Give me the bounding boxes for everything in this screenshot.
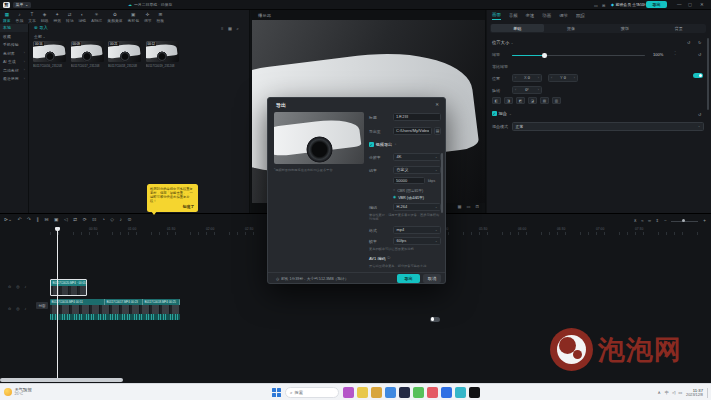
timeline-option-icon[interactable]: ⊼: [634, 218, 637, 223]
tray-expand-icon[interactable]: ∧: [657, 390, 660, 395]
align-button[interactable]: ◧: [492, 97, 501, 104]
import-button[interactable]: ⊕导入: [34, 25, 48, 30]
media-sidebar-item[interactable]: 手机传输: [0, 41, 28, 50]
menu-button[interactable]: 菜单⌄: [13, 2, 31, 8]
timeline-tool[interactable]: ⊟: [45, 217, 49, 222]
taskbar-app-icon[interactable]: [399, 387, 410, 398]
taskbar-search[interactable]: ⌕ 搜索: [285, 387, 339, 398]
properties-subtab[interactable]: 抠像: [545, 24, 598, 32]
taskbar-app-icon[interactable]: [357, 387, 368, 398]
redo-reset-icon[interactable]: ↻: [698, 40, 701, 45]
layout-toggle-icon[interactable]: ▭: [594, 3, 598, 8]
media-sidebar-item[interactable]: 素材库›: [0, 49, 28, 58]
track-control-icon[interactable]: ◎: [16, 306, 19, 311]
timeline-option-icon[interactable]: ⇕: [655, 218, 659, 223]
clock[interactable]: 11:37 2023/12/8: [686, 388, 703, 398]
rotate-stepper[interactable]: ‹0°›: [512, 86, 542, 94]
properties-scrollbar[interactable]: [707, 38, 709, 110]
taskbar-app-icon[interactable]: [413, 387, 424, 398]
media-sidebar-item[interactable]: 最近使用›: [0, 75, 28, 84]
media-tab[interactable]: ▦媒体: [3, 12, 11, 23]
section-position-size[interactable]: 位置大小⌄: [492, 40, 513, 45]
codec-dropdown[interactable]: H.264⌄: [393, 203, 441, 211]
media-sidebar-item[interactable]: 收藏: [0, 32, 28, 41]
media-clip[interactable]: 00:12B0117C0019_231208: [146, 41, 179, 68]
media-tab[interactable]: T文本: [28, 12, 36, 23]
tray-icon[interactable]: ◁: [672, 390, 675, 395]
media-sidebar-item[interactable]: 本地: [0, 24, 28, 33]
maximize-button[interactable]: ▢: [688, 2, 692, 7]
align-button[interactable]: ◩: [516, 97, 525, 104]
bitrate-dropdown[interactable]: 自定义⌄: [393, 166, 441, 174]
align-button[interactable]: ▤: [540, 97, 549, 104]
properties-tab[interactable]: 画面: [492, 12, 501, 20]
format-dropdown[interactable]: mp4⌄: [393, 226, 441, 234]
timeline-tool[interactable]: ▣: [54, 217, 59, 222]
timeline-zoom-slider[interactable]: [671, 221, 698, 222]
cbr-radio[interactable]: ○CBR (固定码率): [393, 188, 423, 193]
position-x-stepper[interactable]: ‹X 0›: [512, 74, 542, 82]
media-tab[interactable]: ♪音频: [16, 12, 24, 23]
timeline-clip-main[interactable]: B0117C0016.MP4 00:51B0117C0017.MP4 00:23…: [50, 299, 180, 320]
bitrate-input[interactable]: [393, 177, 425, 184]
title-input[interactable]: [393, 113, 441, 121]
taskbar-app-icon[interactable]: [455, 387, 466, 398]
timeline-option-icon[interactable]: ≈: [641, 218, 643, 223]
properties-tab[interactable]: 动画: [542, 13, 551, 20]
properties-tab[interactable]: 音频: [509, 13, 518, 20]
dialog-cancel-button[interactable]: 取消: [423, 274, 441, 283]
properties-tab[interactable]: 调节: [559, 13, 568, 20]
player-control-icon[interactable]: ▭: [467, 204, 471, 209]
view-option-icon[interactable]: ⌕: [236, 26, 238, 31]
show-desktop-divider[interactable]: [707, 388, 708, 398]
media-tab[interactable]: ✜调节: [144, 12, 152, 23]
timeline-tool[interactable]: ∥: [37, 217, 39, 222]
track-control-icon[interactable]: ⊙: [8, 306, 11, 311]
media-clip[interactable]: 00:09B0117C0017_231208: [71, 41, 104, 68]
align-button[interactable]: ◪: [528, 97, 537, 104]
media-clip[interactable]: 00:16B0117C0016_231208: [33, 41, 66, 68]
media-tab[interactable]: ◈贴纸: [41, 12, 49, 23]
track-control-icon[interactable]: ♪: [25, 285, 27, 289]
taskbar-app-icon[interactable]: [469, 387, 480, 398]
media-filter[interactable]: 全部⌄: [34, 34, 45, 39]
scale-slider[interactable]: [512, 55, 645, 57]
dialog-scrollbar[interactable]: [441, 153, 443, 213]
zoom-slider-handle[interactable]: [682, 219, 685, 222]
properties-subtab[interactable]: 背景: [652, 24, 705, 32]
properties-subtab[interactable]: 蒙版: [599, 24, 652, 32]
timeline-h-scrollbar[interactable]: [0, 378, 123, 382]
view-option-icon[interactable]: ▦: [228, 26, 232, 31]
reset-icon[interactable]: ↺: [687, 40, 690, 45]
av1-toggle[interactable]: [430, 317, 440, 322]
timeline-clip-overlay[interactable]: B0117C0020.MP4 · 00:05: [50, 279, 87, 296]
blend-checkbox[interactable]: ✓: [492, 111, 497, 116]
player-control-icon[interactable]: ⊡: [475, 204, 479, 209]
dialog-close-icon[interactable]: ✕: [435, 102, 439, 107]
properties-tab[interactable]: 变速: [526, 13, 535, 20]
slider-handle[interactable]: [542, 53, 547, 58]
timeline-tool[interactable]: ◁: [64, 217, 68, 222]
timeline-tool[interactable]: ♪: [120, 217, 122, 222]
properties-subtab[interactable]: 基础: [491, 24, 544, 32]
blend-mode-dropdown[interactable]: 正常⌄: [512, 122, 704, 131]
taskbar-app-icon[interactable]: [441, 387, 452, 398]
align-button[interactable]: ◨: [504, 97, 513, 104]
timeline-tool[interactable]: ↷: [27, 217, 31, 222]
tip-confirm-button[interactable]: 知道了: [183, 204, 195, 209]
timeline-tool[interactable]: ⊡: [92, 217, 96, 222]
media-sidebar-item[interactable]: AI 生成›: [0, 58, 28, 67]
folder-browse-button[interactable]: ▤: [434, 127, 441, 135]
media-tab[interactable]: ✦特效: [53, 12, 61, 23]
zoom-out-icon[interactable]: −: [664, 218, 667, 223]
track-control-icon[interactable]: ⊙: [8, 284, 11, 289]
view-option-icon[interactable]: ≡: [221, 26, 223, 31]
minimize-button[interactable]: —: [677, 2, 682, 7]
taskbar-app-icon[interactable]: [427, 387, 438, 398]
media-tab[interactable]: ⇄转场: [66, 12, 74, 23]
media-tab[interactable]: ✿美颜美体: [107, 12, 122, 23]
media-tab[interactable]: ✳AI玩法: [91, 12, 102, 23]
cover-badge[interactable]: 封面: [36, 302, 48, 309]
path-input[interactable]: [393, 127, 432, 135]
section-blend[interactable]: ✓混合⌄: [492, 111, 512, 116]
